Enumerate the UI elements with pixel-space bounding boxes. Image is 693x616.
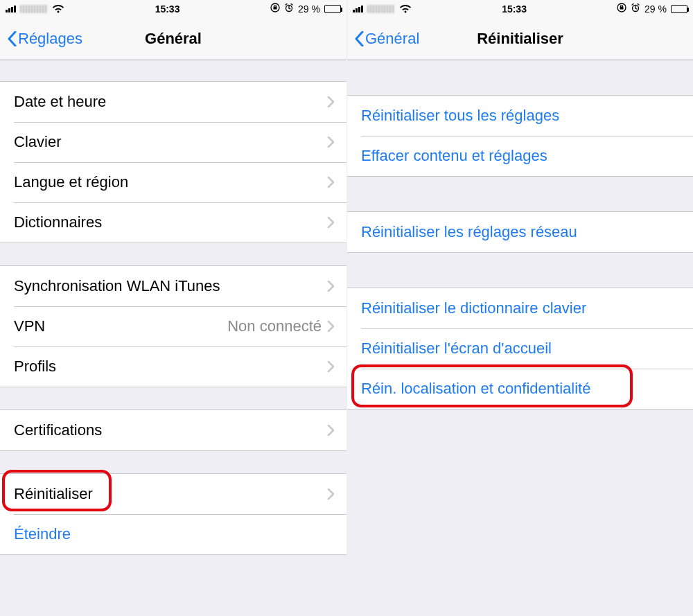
alarm-icon — [284, 3, 294, 15]
back-label: Réglages — [18, 30, 82, 48]
chevron-right-icon — [327, 177, 334, 188]
cell-label: Réin. localisation et confidentialité — [361, 380, 590, 398]
back-button[interactable]: Général — [354, 30, 419, 48]
cell-label: Certifications — [14, 421, 102, 439]
back-button[interactable]: Réglages — [7, 30, 82, 48]
status-bar: 15:33 29 % — [347, 0, 693, 17]
chevron-right-icon — [327, 489, 334, 500]
screen-general: 15:33 29 % Réglages Général Date et heur… — [0, 0, 346, 616]
back-label: Général — [365, 30, 419, 48]
cell-dictionaries[interactable]: Dictionnaires — [0, 202, 346, 243]
orientation-lock-icon — [617, 3, 626, 15]
nav-bar: Réglages Général — [0, 17, 346, 60]
cell-label: Langue et région — [14, 173, 128, 191]
cell-shutdown[interactable]: Éteindre — [0, 514, 346, 554]
settings-group: Synchronisation WLAN iTunes VPN Non conn… — [0, 265, 346, 387]
chevron-right-icon — [327, 96, 334, 107]
chevron-left-icon — [7, 31, 17, 46]
nav-bar: Général Réinitialiser — [347, 17, 693, 60]
cell-label: Effacer contenu et réglages — [361, 147, 547, 165]
cell-reset-all-settings[interactable]: Réinitialiser tous les réglages — [347, 96, 693, 136]
chevron-right-icon — [327, 425, 334, 436]
cell-value: Non connecté — [227, 317, 327, 335]
chevron-right-icon — [327, 137, 334, 148]
battery-icon — [324, 5, 341, 13]
reset-group: Réinitialiser le dictionnaire clavier Ré… — [347, 288, 693, 410]
cell-itunes-wlan-sync[interactable]: Synchronisation WLAN iTunes — [0, 266, 346, 306]
settings-group: Réinitialiser Éteindre — [0, 473, 346, 555]
status-bar: 15:33 29 % — [0, 0, 346, 17]
cell-profiles[interactable]: Profils — [0, 346, 346, 387]
cell-label: Synchronisation WLAN iTunes — [14, 277, 220, 295]
status-time: 15:33 — [502, 3, 527, 15]
cell-label: Réinitialiser — [14, 485, 93, 503]
wifi-icon — [399, 4, 412, 13]
chevron-right-icon — [327, 281, 334, 292]
reset-group: Réinitialiser tous les réglages Effacer … — [347, 95, 693, 177]
cell-certifications[interactable]: Certifications — [0, 410, 346, 450]
wifi-icon — [52, 4, 64, 13]
carrier-blur — [20, 5, 48, 13]
cell-reset-home-screen[interactable]: Réinitialiser l'écran d'accueil — [347, 328, 693, 369]
orientation-lock-icon — [270, 3, 280, 15]
cell-label: Dictionnaires — [14, 213, 102, 231]
battery-percent: 29 % — [644, 3, 667, 15]
cell-date-time[interactable]: Date et heure — [0, 82, 346, 122]
cell-reset[interactable]: Réinitialiser — [0, 474, 346, 514]
cell-label: Réinitialiser l'écran d'accueil — [361, 340, 552, 358]
cell-label: Réinitialiser tous les réglages — [361, 107, 559, 125]
cell-erase-all[interactable]: Effacer contenu et réglages — [347, 136, 693, 176]
cell-label: Date et heure — [14, 93, 106, 111]
cell-keyboard[interactable]: Clavier — [0, 122, 346, 162]
cell-reset-network[interactable]: Réinitialiser les réglages réseau — [347, 212, 693, 252]
cell-reset-location-privacy[interactable]: Réin. localisation et confidentialité — [347, 369, 693, 409]
carrier-blur — [367, 5, 395, 13]
cell-vpn[interactable]: VPN Non connecté — [0, 306, 346, 346]
settings-group: Certifications — [0, 410, 346, 451]
chevron-left-icon — [354, 31, 364, 46]
cell-language-region[interactable]: Langue et région — [0, 162, 346, 202]
cell-label: Profils — [14, 358, 56, 376]
settings-group: Date et heure Clavier Langue et région D… — [0, 81, 346, 243]
battery-percent: 29 % — [298, 3, 320, 15]
chevron-right-icon — [327, 361, 334, 372]
cell-label: Réinitialiser le dictionnaire clavier — [361, 299, 586, 317]
cell-label: VPN — [14, 317, 45, 335]
chevron-right-icon — [327, 321, 334, 332]
status-time: 15:33 — [155, 3, 180, 15]
signal-icon — [6, 6, 16, 12]
cell-label: Éteindre — [14, 525, 71, 543]
alarm-icon — [631, 3, 640, 15]
signal-icon — [353, 6, 363, 12]
reset-group: Réinitialiser les réglages réseau — [347, 211, 693, 253]
cell-label: Réinitialiser les réglages réseau — [361, 223, 577, 241]
chevron-right-icon — [327, 217, 334, 228]
cell-reset-keyboard-dict[interactable]: Réinitialiser le dictionnaire clavier — [347, 288, 693, 328]
screen-reset: 15:33 29 % Général Réinitialiser Réiniti… — [346, 0, 693, 616]
battery-icon — [671, 5, 687, 13]
cell-label: Clavier — [14, 133, 61, 151]
